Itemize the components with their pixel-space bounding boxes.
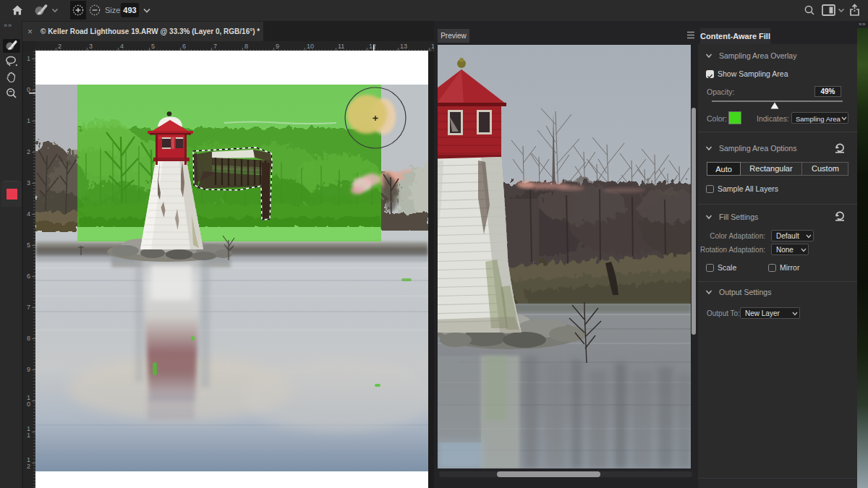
svg-text:7: 7	[27, 304, 30, 311]
svg-text:9: 9	[276, 43, 279, 50]
svg-text:7: 7	[213, 43, 217, 50]
svg-text:2: 2	[58, 43, 61, 50]
svg-text:5: 5	[27, 241, 30, 249]
svg-text:10: 10	[307, 43, 314, 50]
svg-text:0: 0	[27, 86, 30, 93]
svg-text:4: 4	[120, 43, 124, 50]
svg-text:8: 8	[27, 335, 30, 342]
svg-text:1: 1	[27, 117, 30, 124]
svg-text:4: 4	[27, 210, 30, 218]
svg-text:0: 0	[27, 401, 30, 408]
svg-text:3: 3	[89, 43, 93, 50]
svg-text:8: 8	[244, 43, 248, 50]
svg-text:6: 6	[27, 273, 30, 280]
svg-text:13: 13	[400, 43, 407, 50]
svg-text:5: 5	[151, 43, 155, 50]
svg-text:12: 12	[369, 43, 376, 50]
svg-text:11: 11	[338, 43, 344, 50]
svg-text:2: 2	[27, 148, 30, 155]
svg-text:6: 6	[182, 43, 186, 50]
svg-text:2: 2	[27, 463, 30, 470]
svg-text:3: 3	[27, 179, 30, 187]
svg-text:1: 1	[27, 55, 30, 62]
svg-text:9: 9	[27, 366, 30, 373]
svg-text:1: 1	[27, 432, 30, 439]
